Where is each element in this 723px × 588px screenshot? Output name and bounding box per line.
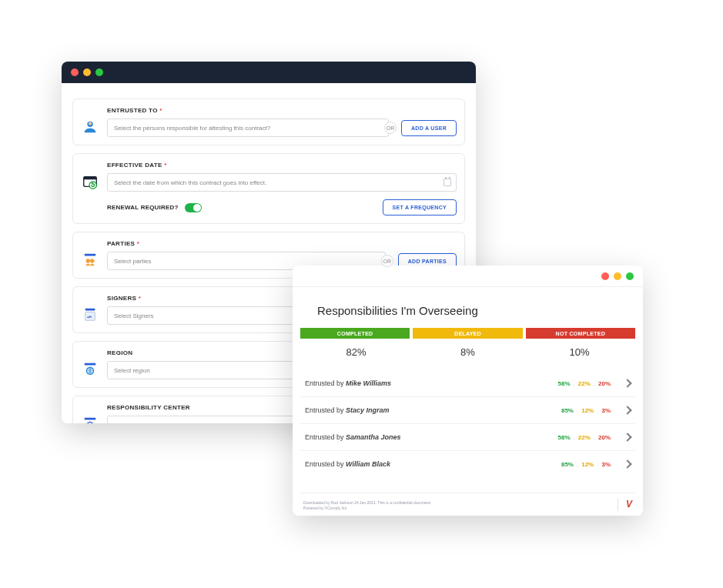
row-metrics: 85%. 12%. 3% (561, 461, 611, 468)
window-min-dot[interactable] (614, 272, 621, 280)
completed-percent: 82% (300, 342, 412, 362)
card-effective-date: EFFECTIVE DATE * Select the date from wh… (72, 153, 465, 224)
entrusted-by-label: Entrusted by Mike Williams (305, 379, 391, 387)
window-close-dot[interactable] (71, 68, 79, 76)
entrusted-input[interactable]: Select the persons responsible for attes… (107, 119, 389, 137)
card-entrusted-to: ENTRUSTED TO * Select the persons respon… (72, 99, 465, 145)
signers-icon (81, 306, 99, 324)
responsibility-row[interactable]: Entrusted by Stacy Ingram 85%. 12%. 3% (300, 397, 635, 424)
entrusted-by-label: Entrusted by Samantha Jones (305, 433, 401, 441)
window-titlebar (293, 266, 643, 287)
svg-rect-5 (85, 254, 96, 256)
region-icon (81, 360, 99, 379)
chevron-right-icon (623, 406, 631, 414)
notcompleted-percent: 10% (524, 342, 635, 362)
svg-rect-10 (85, 363, 96, 366)
chevron-right-icon (623, 433, 631, 441)
svg-point-7 (90, 259, 95, 263)
chevron-right-icon (623, 379, 631, 387)
svg-point-6 (86, 259, 91, 263)
effective-date-label: EFFECTIVE DATE * (107, 162, 457, 169)
entrusted-by-label: Entrusted by William Black (305, 460, 390, 468)
status-completed-chip: COMPLETED (300, 328, 410, 339)
responsibility-row[interactable]: Entrusted by Mike Williams 58%. 22%. 20% (300, 370, 635, 397)
window-titlebar (62, 62, 476, 83)
status-header-row: COMPLETED DELAYED NOT COMPLETED (300, 328, 635, 339)
renewal-required-label: RENEWAL REQUIRED? (107, 204, 179, 211)
svg-rect-8 (85, 309, 95, 311)
chevron-right-icon (623, 459, 631, 468)
svg-rect-3 (84, 177, 97, 180)
or-badge: OR (381, 255, 393, 267)
responsibilities-window: Responsibilities I'm Overseeing COMPLETE… (293, 266, 643, 516)
calendar-icon (444, 179, 451, 186)
dashboard-footer: Downloaded by Rod Jackson 24 Jan 2021. T… (300, 493, 635, 516)
dashboard-title: Responsibilities I'm Overseeing (317, 304, 635, 317)
add-user-button[interactable]: ADD A USER (401, 120, 457, 136)
or-badge: OR (384, 122, 397, 134)
parties-icon (81, 251, 99, 269)
row-metrics: 58%. 22%. 20% (557, 434, 611, 441)
window-close-dot[interactable] (601, 272, 609, 280)
window-max-dot[interactable] (626, 272, 634, 280)
row-metrics: 85%. 12%. 3% (561, 407, 611, 414)
renewal-toggle[interactable] (185, 203, 202, 212)
window-min-dot[interactable] (83, 68, 91, 76)
row-metrics: 58%. 22%. 20% (557, 380, 611, 387)
parties-label: PARTIES * (107, 240, 457, 247)
svg-point-1 (89, 122, 92, 125)
status-percent-row: 82% 8% 10% (300, 342, 635, 362)
entrusted-by-label: Entrusted by Stacy Ingram (305, 406, 390, 414)
person-icon (81, 118, 99, 136)
responsibility-list: Entrusted by Mike Williams 58%. 22%. 20%… (300, 370, 635, 477)
svg-rect-12 (85, 418, 96, 420)
responsibility-row[interactable]: Entrusted by William Black 85%. 12%. 3% (300, 451, 635, 477)
vcomply-logo: V (618, 498, 632, 511)
responsibility-row[interactable]: Entrusted by Samantha Jones 58%. 22%. 20… (300, 424, 635, 451)
status-notcompleted-chip: NOT COMPLETED (526, 328, 635, 339)
window-max-dot[interactable] (95, 68, 103, 76)
dashboard-body: Responsibilities I'm Overseeing COMPLETE… (293, 287, 643, 516)
footer-text: Downloaded by Rod Jackson 24 Jan 2021. T… (303, 500, 431, 511)
delayed-percent: 8% (412, 342, 524, 362)
calendar-refresh-icon (81, 172, 99, 191)
set-frequency-button[interactable]: SET A FREQUENCY (383, 199, 457, 215)
effective-date-input[interactable]: Select the date from which this contract… (107, 173, 457, 192)
building-icon (81, 415, 99, 423)
entrusted-label: ENTRUSTED TO * (107, 107, 457, 114)
status-delayed-chip: DELAYED (413, 328, 522, 339)
